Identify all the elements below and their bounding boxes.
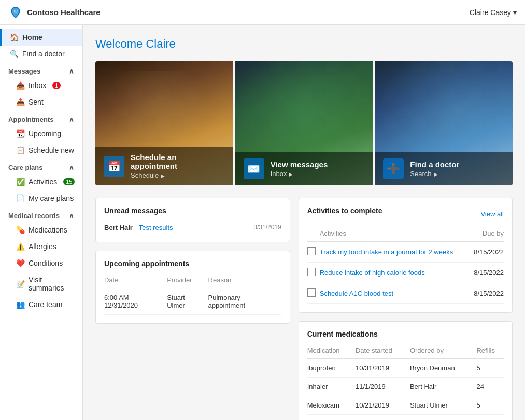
sidebar-item-visit-summaries[interactable]: 📝 Visit summaries [0,271,82,296]
card-messages-arrow [289,170,293,178]
med-ordered-by: Stuart Ulmer [410,396,477,415]
activity-checkbox[interactable] [307,268,316,276]
activity-due: 8/15/2022 [470,283,504,304]
card-view-messages[interactable]: ✉️ View messages Inbox [235,61,373,185]
msg-sender: Bert Hair [104,224,133,231]
card-messages-icon: ✉️ [244,158,264,179]
sidebar-item-sent[interactable]: 📤 Sent [0,94,82,110]
panel-right: Activities to complete View all Activiti… [299,198,513,420]
activity-due: 8/15/2022 [470,242,504,263]
med-refills: 5 [476,396,504,415]
banner-cards: 📅 Schedule an appointment Schedule [95,61,513,185]
sidebar-item-conditions[interactable]: ❤️ Conditions [0,255,82,271]
med-col-name: Medication [307,344,356,359]
appt-date: 6:00 AM 12/31/2020 [104,288,167,315]
appt-col-reason: Reason [208,274,281,288]
upcoming-appointments-title: Upcoming appointments [104,259,281,268]
sidebar: 🏠 Home 🔍 Find a doctor Messages ∧ 📥 Inbo… [0,25,83,420]
med-name: Ibuprofen [307,359,356,378]
activity-checkbox-cell [307,242,320,263]
appointments-section-header[interactable]: Appointments ∧ [0,110,82,125]
card-find-doctor[interactable]: ➕ Find a doctor Search [375,61,513,185]
card-schedule-arrow [161,171,165,179]
activities-header: Activities to complete View all [307,207,504,221]
med-date-started: 11/1/2019 [356,378,410,396]
messages-section-header[interactable]: Messages ∧ [0,62,82,77]
upcoming-appointments-card: Upcoming appointments Date Provider Reas… [95,251,290,324]
appt-col-date: Date [104,274,167,288]
user-menu[interactable]: Claire Casey [470,8,517,17]
my-care-plans-icon: 📄 [16,194,24,202]
med-refills: 5 [476,359,504,378]
card-messages-overlay: ✉️ View messages Inbox [235,152,373,185]
med-name: Inhaler [307,378,356,396]
sidebar-item-schedule-new[interactable]: 📋 Schedule new [0,142,82,158]
sidebar-item-upcoming[interactable]: 📆 Upcoming [0,125,82,142]
upcoming-icon: 📆 [16,129,24,138]
card-schedule-overlay: 📅 Schedule an appointment Schedule [95,147,233,185]
sidebar-item-find-doctor[interactable]: 🔍 Find a doctor [0,46,82,62]
card-schedule-appointment[interactable]: 📅 Schedule an appointment Schedule [95,61,233,185]
list-item: Schedule A1C blood test 8/15/2022 [307,283,504,304]
topbar: ♡ Contoso Healthcare Claire Casey [0,0,525,25]
sidebar-item-medications[interactable]: 💊 Medications [0,222,82,238]
inbox-icon: 📥 [16,81,24,90]
activity-checkbox-cell [307,263,320,283]
activities-col-label: Activities [320,227,470,242]
sidebar-item-my-care-plans[interactable]: 📄 My care plans [0,190,82,207]
activities-col-due: Due by [470,227,504,242]
find-doctor-icon: 🔍 [10,50,18,58]
med-date-started: 10/31/2019 [356,359,410,378]
list-item: Reduce intake of high calorie foods 8/15… [307,263,504,283]
activity-checkbox-cell [307,283,320,304]
appt-reason: Pulmonary appointment [208,288,281,315]
view-all-link[interactable]: View all [480,210,504,218]
layout: 🏠 Home 🔍 Find a doctor Messages ∧ 📥 Inbo… [0,25,525,420]
card-schedule-text: Schedule an appointment Schedule [131,153,225,179]
card-schedule-icon: 📅 [104,156,124,177]
activities-badge: 15 [63,178,75,185]
table-row: Ibuprofen 10/31/2019 Bryon Denman 5 [307,359,504,378]
sidebar-item-inbox[interactable]: 📥 Inbox 1 [0,77,82,94]
appointments-table: Date Provider Reason 6:00 AM 12/31/2020 … [104,274,281,315]
sidebar-item-home[interactable]: 🏠 Home [0,29,82,46]
schedule-new-icon: 📋 [16,146,24,154]
med-refills: 24 [476,378,504,396]
medications-icon: 💊 [16,226,24,234]
med-col-refills: Refills [476,344,504,359]
medications-title: Current medications [307,330,504,338]
activities-check-col [307,227,320,242]
activity-checkbox[interactable] [307,288,316,297]
msg-subject-link[interactable]: Test results [139,224,173,231]
appt-provider: Stuart Ulmer [167,288,208,315]
panel-left: Unread messages Bert Hair Test results 3… [95,198,290,420]
home-icon: 🏠 [10,33,18,41]
med-date-started: 10/21/2019 [356,396,410,415]
activity-label: Reduce intake of high calorie foods [320,263,470,283]
card-doctor-icon: ➕ [383,158,404,179]
medical-records-collapse-icon: ∧ [69,212,74,220]
medications-table: Medication Date started Ordered by Refil… [307,344,504,415]
med-ordered-by: Bryon Denman [410,359,477,378]
conditions-icon: ❤️ [16,259,24,267]
activities-icon: ✅ [16,178,24,186]
activity-label: Schedule A1C blood test [320,283,470,304]
medical-records-section-header[interactable]: Medical records ∧ [0,207,82,222]
med-name: Meloxicam [307,396,356,415]
unread-messages-title: Unread messages [104,207,281,215]
care-team-icon: 👥 [16,300,24,309]
med-ordered-by: Bert Hair [410,378,477,396]
svg-text:♡: ♡ [13,9,18,15]
sidebar-item-activities[interactable]: ✅ Activities 15 [0,173,82,190]
appointments-collapse-icon: ∧ [69,115,74,123]
card-doctor-overlay: ➕ Find a doctor Search [375,152,513,185]
bottom-row: Unread messages Bert Hair Test results 3… [95,198,513,420]
sidebar-item-allergies[interactable]: ⚠️ Allergies [0,238,82,255]
card-doctor-text: Find a doctor Search [410,160,459,178]
care-plans-section-header[interactable]: Care plans ∧ [0,158,82,173]
sidebar-item-care-team[interactable]: 👥 Care team [0,296,82,313]
activities-title: Activities to complete [307,207,382,215]
activity-checkbox[interactable] [307,247,316,255]
table-row: Inhaler 11/1/2019 Bert Hair 24 [307,378,504,396]
table-row: Meloxicam 10/21/2019 Stuart Ulmer 5 [307,396,504,415]
